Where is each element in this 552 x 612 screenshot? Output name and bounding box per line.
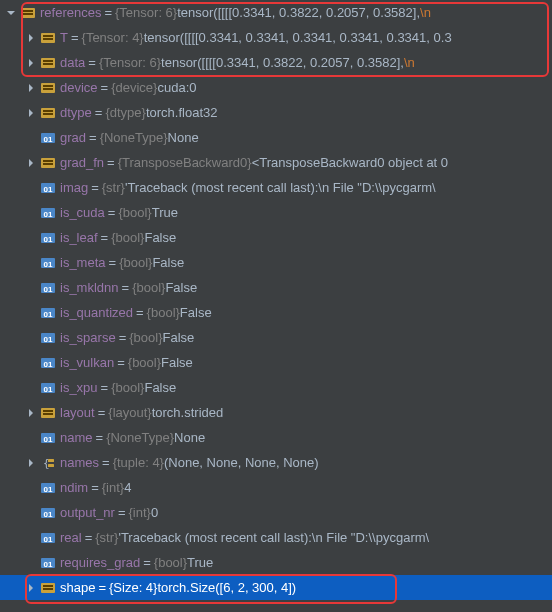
svg-rect-45 [48,464,54,467]
var-value: (None, None, None, None) [164,455,319,470]
var-name: output_nr [60,505,115,520]
svg-rect-8 [43,63,53,65]
var-name: name [60,430,93,445]
var-name: real [60,530,82,545]
chevron-right-icon[interactable] [24,81,38,95]
var-name: imag [60,180,88,195]
var-name: references [40,5,101,20]
var-name: is_vulkan [60,355,114,370]
var-value: torch.Size([6, 2, 300, 4]) [157,580,296,595]
var-value: False [165,280,197,295]
var-value: cuda:0 [157,80,196,95]
var-row-requires_grad[interactable]: 01requires_grad = {bool} True [0,550,552,575]
chevron-down-icon[interactable] [4,6,18,20]
type-hint: {NoneType} [106,430,174,445]
equals: = [105,205,119,220]
var-row-real[interactable]: 01real = {str} 'Traceback (most recent c… [0,525,552,550]
equals: = [140,555,154,570]
var-row-name[interactable]: 01name = {NoneType} None [0,425,552,450]
chevron-right-icon[interactable] [24,581,38,595]
type-hint: {bool} [129,330,162,345]
var-row-imag[interactable]: 01imag = {str} 'Traceback (most recent c… [0,175,552,200]
chevron-right-icon[interactable] [24,106,38,120]
type-hint: {tuple: 4} [113,455,164,470]
var-name: grad_fn [60,155,104,170]
svg-text:01: 01 [44,335,53,344]
svg-text:01: 01 [44,235,53,244]
var-row-shape[interactable]: shape = {Size: 4} torch.Size([6, 2, 300,… [0,575,552,600]
svg-rect-19 [43,163,53,165]
var-row-grad[interactable]: 01grad = {NoneType} None [0,125,552,150]
svg-text:01: 01 [44,185,53,194]
var-row-is_sparse[interactable]: 01is_sparse = {bool} False [0,325,552,350]
var-name: is_xpu [60,380,98,395]
primitive-01-icon: 01 [40,255,56,271]
equals: = [119,280,133,295]
var-row-grad_fn[interactable]: grad_fn = {TransposeBackward0} <Transpos… [0,150,552,175]
var-row-is_xpu[interactable]: 01is_xpu = {bool} False [0,375,552,400]
var-row-device[interactable]: device = {device} cuda:0 [0,75,552,100]
struct-icon [40,30,56,46]
svg-text:01: 01 [44,285,53,294]
chevron-right-icon[interactable] [24,156,38,170]
var-row-is_mkldnn[interactable]: 01is_mkldnn = {bool} False [0,275,552,300]
var-row-dtype[interactable]: dtype = {dtype} torch.float32 [0,100,552,125]
var-value: False [180,305,212,320]
var-row-is_meta[interactable]: 01is_meta = {bool} False [0,250,552,275]
type-hint: {device} [111,80,157,95]
var-row-output_nr[interactable]: 01output_nr = {int} 0 [0,500,552,525]
primitive-01-icon: 01 [40,330,56,346]
var-row-T[interactable]: T = {Tensor: 4} tensor([[[[0.3341, 0.334… [0,25,552,50]
var-value: False [144,380,176,395]
var-row-layout[interactable]: layout = {layout} torch.strided [0,400,552,425]
var-name: is_quantized [60,305,133,320]
equals: = [99,455,113,470]
var-row-is_leaf[interactable]: 01is_leaf = {bool} False [0,225,552,250]
var-row-references[interactable]: references = {Tensor: 6} tensor([[[[0.33… [0,0,552,25]
type-hint: {bool} [118,205,151,220]
var-name: ndim [60,480,88,495]
svg-text:01: 01 [44,360,53,369]
svg-text:01: 01 [44,385,53,394]
equals: = [68,30,82,45]
var-name: is_leaf [60,230,98,245]
equals: = [115,505,129,520]
svg-rect-1 [23,10,33,12]
primitive-01-icon: 01 [40,555,56,571]
struct-icon [40,105,56,121]
equals: = [98,80,112,95]
equals: = [98,380,112,395]
svg-text:01: 01 [44,435,53,444]
var-name: T [60,30,68,45]
svg-text:01: 01 [44,210,53,219]
equals: = [98,230,112,245]
var-name: requires_grad [60,555,140,570]
var-row-data[interactable]: data = {Tensor: 6} tensor([[[[0.3341, 0.… [0,50,552,75]
var-value: False [152,255,184,270]
escape-seq: \n [420,5,431,20]
type-hint: {bool} [128,355,161,370]
variables-panel: references = {Tensor: 6} tensor([[[[0.33… [0,0,552,612]
var-row-is_cuda[interactable]: 01is_cuda = {bool} True [0,200,552,225]
type-hint: {Size: 4} [109,580,157,595]
var-row-names[interactable]: {names = {tuple: 4} (None, None, None, N… [0,450,552,475]
var-row-is_quantized[interactable]: 01is_quantized = {bool} False [0,300,552,325]
type-hint: {int} [129,505,151,520]
svg-text:01: 01 [44,510,53,519]
type-hint: {str} [95,530,118,545]
primitive-01-icon: 01 [40,280,56,296]
equals: = [106,255,120,270]
var-name: is_sparse [60,330,116,345]
primitive-01-icon: 01 [40,430,56,446]
chevron-right-icon[interactable] [24,456,38,470]
chevron-right-icon[interactable] [24,56,38,70]
var-row-ndim[interactable]: 01ndim = {int} 4 [0,475,552,500]
var-row-is_vulkan[interactable]: 01is_vulkan = {bool} False [0,350,552,375]
chevron-right-icon[interactable] [24,406,38,420]
type-hint: {NoneType} [100,130,168,145]
chevron-right-icon[interactable] [24,31,38,45]
var-name: layout [60,405,95,420]
type-hint: {bool} [111,230,144,245]
struct-icon [40,80,56,96]
svg-rect-18 [43,160,53,162]
